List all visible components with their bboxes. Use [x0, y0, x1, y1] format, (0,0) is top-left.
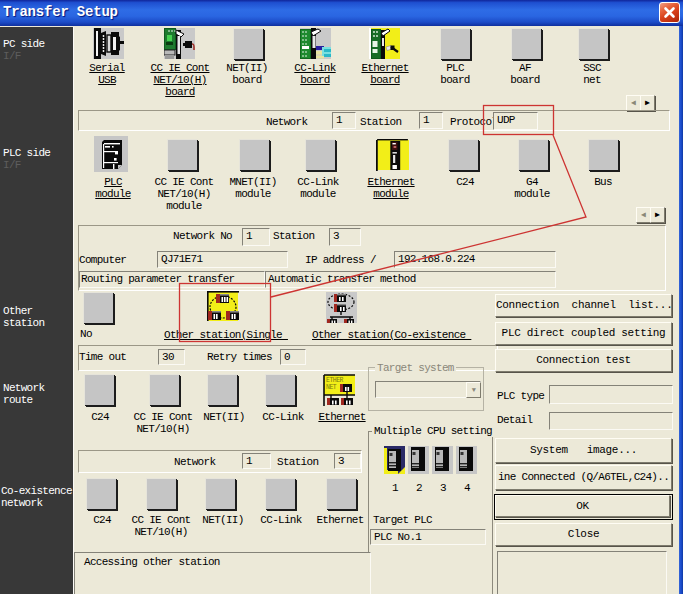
svg-text:ETHER: ETHER — [326, 377, 344, 384]
svg-text:NET: NET — [326, 384, 337, 391]
